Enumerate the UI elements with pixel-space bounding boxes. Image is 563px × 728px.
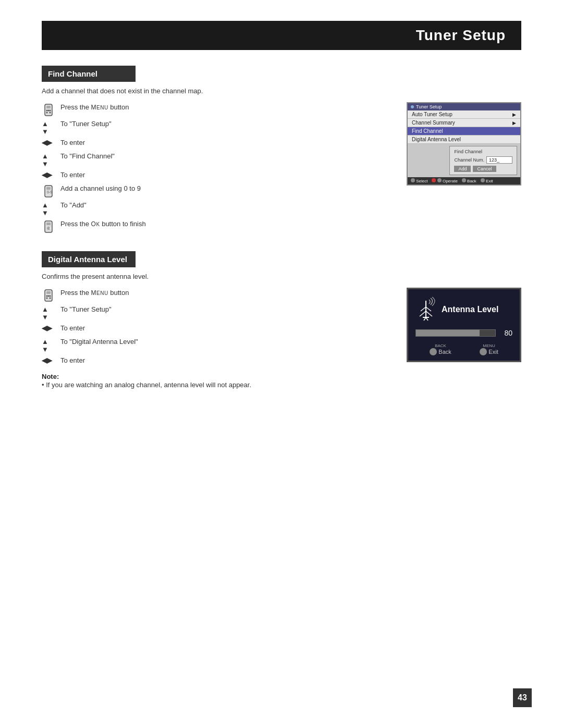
instruction-text-7: To "Add" [60, 200, 87, 211]
digital-antenna-description: Confirms the present antenna level. [42, 273, 521, 280]
ts-fc-input-row: Channel Num. 123_ [454, 156, 512, 164]
ts-findchannel-box: Find Channel Channel Num. 123_ Add Cance… [449, 146, 517, 175]
ant-instruction-row-1: Press the MENU button [42, 288, 391, 302]
svg-point-5 [50, 112, 51, 114]
svg-text:OK: OK [47, 227, 52, 230]
page-number: 43 [513, 688, 532, 707]
svg-rect-15 [46, 291, 51, 294]
instruction-row-6: 0-9 Add a channel using 0 to 9 [42, 183, 391, 198]
ts-fc-buttons: Add Cancel [454, 166, 512, 172]
ant-bar-value: 80 [500, 329, 512, 337]
instruction-text-1: Press the MENU button [60, 102, 129, 113]
ts-menu-antenna: Digital Antenna Level [408, 135, 520, 144]
find-channel-section: Find Channel Add a channel that does not… [42, 66, 521, 236]
antenna-icon [415, 297, 436, 323]
instruction-row-3: ◀▶ To enter [42, 138, 391, 149]
remote-icon-1 [42, 102, 60, 117]
antenna-screenshot: Antenna Level 80 BACK [407, 288, 521, 389]
note-label: Note: [42, 373, 59, 380]
updown-arrow-icon-3: ▲▼ [42, 200, 60, 217]
svg-point-18 [46, 298, 48, 299]
digital-antenna-instructions: Press the MENU button ▲▼ To "Tuner Setup… [42, 288, 391, 389]
ts-exit-dot [481, 178, 485, 182]
ts-menu-findchannel: Find Channel [408, 127, 520, 135]
find-channel-description: Add a channel that does not exist in the… [42, 87, 521, 95]
instruction-row-8: OK Press the OK button to finish [42, 219, 391, 233]
ant-exit-label: Exit [488, 349, 498, 355]
ant-instruction-row-5: ◀▶ To enter [42, 355, 391, 367]
ant-instruction-row-2: ▲▼ To "Tuner Setup" [42, 304, 391, 321]
find-channel-screenshot: Tuner Setup Auto Tuner Setup ▶ Channel S… [407, 102, 521, 236]
svg-text:0-9: 0-9 [47, 190, 52, 194]
ts-menu-summary: Channel Summary ▶ [408, 119, 520, 127]
digital-antenna-header: Digital Antenna Level [42, 251, 136, 267]
digital-antenna-section: Digital Antenna Level Confirms the prese… [42, 251, 521, 389]
svg-line-22 [420, 311, 426, 316]
updown-arrow-icon-1: ▲▼ [42, 119, 60, 135]
find-channel-header: Find Channel [42, 66, 136, 82]
page-container: Tuner Setup Find Channel Add a channel t… [0, 0, 563, 728]
ant-leftright-icon-2: ◀▶ [42, 355, 60, 364]
instruction-text-6: Add a channel using 0 to 9 [60, 183, 141, 194]
ts-menu-auto: Auto Tuner Setup ▶ [408, 110, 520, 119]
ts-add-button[interactable]: Add [454, 166, 471, 172]
ant-bar-fill [416, 330, 480, 336]
svg-point-2 [46, 110, 48, 112]
ant-instruction-text-1: Press the MENU button [60, 288, 129, 298]
ant-leftright-icon-1: ◀▶ [42, 323, 60, 332]
ant-remote-icon [42, 288, 60, 302]
note-text: • If you are watching an analog channel,… [42, 381, 251, 389]
updown-arrow-icon-2: ▲▼ [42, 151, 60, 168]
ant-back-dot [430, 348, 437, 355]
instruction-row-4: ▲▼ To "Find Channel" [42, 151, 391, 168]
remote-num-icon: 0-9 [42, 183, 60, 198]
ant-instruction-row-3: ◀▶ To enter [42, 323, 391, 335]
ant-exit-key: MENU [480, 343, 498, 348]
instruction-row-7: ▲▼ To "Add" [42, 200, 391, 217]
ant-title: Antenna Level [442, 305, 498, 314]
ant-updown-icon-2: ▲▼ [42, 337, 60, 353]
svg-line-23 [426, 311, 432, 316]
ant-back-label: Back [438, 349, 451, 355]
ts-cancel-button[interactable]: Cancel [473, 166, 496, 172]
svg-point-17 [50, 295, 51, 297]
svg-point-3 [50, 110, 51, 112]
ant-back-key: BACK [430, 343, 451, 348]
ts-bottombar: Select Operate Back [408, 177, 520, 184]
instruction-row-5: ◀▶ To enter [42, 170, 391, 181]
ant-exit-btn: MENU Exit [480, 343, 498, 355]
leftright-arrow-icon-2: ◀▶ [42, 170, 60, 179]
svg-point-16 [46, 295, 48, 297]
ant-instruction-text-3: To enter [60, 323, 85, 334]
ts-back-dot [462, 178, 466, 182]
ant-header: Antenna Level [415, 297, 512, 323]
ant-instruction-text-4: To "Digital Antenna Level" [60, 337, 138, 347]
svg-point-19 [50, 298, 51, 299]
instruction-text-5: To enter [60, 170, 85, 180]
ts-operate-dot-red [432, 178, 436, 182]
svg-rect-11 [46, 223, 51, 225]
remote-icon-2: OK [42, 219, 60, 233]
leftright-arrow-icon-1: ◀▶ [42, 138, 60, 146]
note-section: Note: • If you are watching an analog ch… [42, 372, 391, 389]
ts-titlebar: Tuner Setup [408, 103, 520, 110]
svg-point-6 [48, 110, 50, 112]
tuner-screenshot: Tuner Setup Auto Tuner Setup ▶ Channel S… [407, 102, 521, 186]
instruction-row-1: Press the MENU button [42, 102, 391, 117]
ant-bottom: BACK Back MENU [415, 343, 512, 355]
instruction-text-8: Press the OK button to finish [60, 219, 146, 229]
ant-exit-dot [480, 348, 487, 355]
svg-rect-1 [46, 106, 51, 108]
instruction-text-2: To "Tuner Setup" [60, 119, 112, 129]
ts-title-text: Tuner Setup [416, 104, 442, 109]
ant-instruction-text-5: To enter [60, 355, 85, 366]
ant-updown-icon-1: ▲▼ [42, 304, 60, 321]
page-title: Tuner Setup [42, 21, 521, 50]
ts-select-dot [411, 178, 415, 182]
ts-fc-label: Find Channel [454, 149, 512, 154]
ant-bar-bg [415, 329, 496, 337]
ant-back-btn: BACK Back [430, 343, 451, 355]
ts-title-dot [411, 105, 414, 108]
find-channel-body: Press the MENU button ▲▼ To "Tuner Setup… [42, 102, 521, 236]
digital-antenna-body: Press the MENU button ▲▼ To "Tuner Setup… [42, 288, 521, 389]
